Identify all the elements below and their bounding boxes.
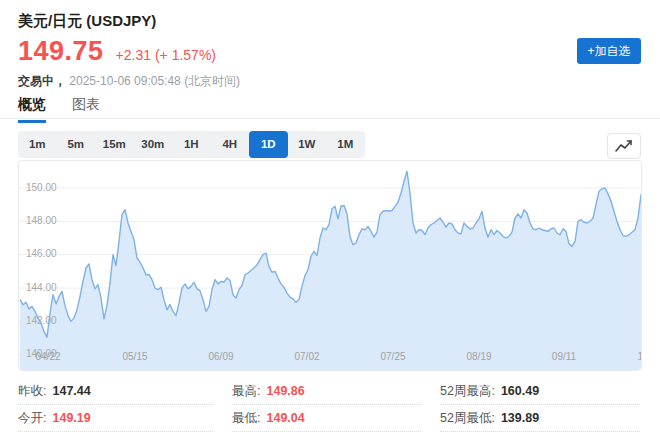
tab-divider bbox=[0, 118, 660, 119]
stat-52w-low: 52周最低:139.89 bbox=[440, 405, 640, 432]
trading-status-label: 交易中， bbox=[18, 74, 66, 88]
stat-open: 今开:149.19 bbox=[18, 405, 213, 432]
stats-table: 昨收:147.44最高:149.8652周最高:160.49今开:149.19最… bbox=[18, 378, 640, 432]
y-axis-label: 144.00 bbox=[26, 282, 57, 293]
x-axis-label: 04/22 bbox=[26, 351, 70, 362]
timeframe-5m[interactable]: 5m bbox=[57, 131, 96, 158]
x-axis-label: 07/25 bbox=[371, 351, 415, 362]
timeframe-1m[interactable]: 1m bbox=[18, 131, 57, 158]
stat-label: 最低: bbox=[232, 410, 260, 427]
page-title: 美元/日元 (USDJPY) bbox=[18, 12, 156, 31]
chart-type-button[interactable] bbox=[607, 133, 641, 159]
y-axis-label: 146.00 bbox=[26, 248, 57, 259]
timeframe-15m[interactable]: 15m bbox=[95, 131, 134, 158]
stat-52w-high: 52周最高:160.49 bbox=[440, 378, 640, 405]
x-axis-label: 06/09 bbox=[199, 351, 243, 362]
x-axis-label: 10/06 bbox=[628, 351, 642, 362]
x-axis-label: 07/02 bbox=[285, 351, 329, 362]
price-change: +2.31 (+ 1.57%) bbox=[116, 47, 216, 63]
stat-label: 52周最低: bbox=[440, 410, 495, 427]
add-watchlist-button[interactable]: +加自选 bbox=[577, 38, 641, 64]
y-axis-label: 150.00 bbox=[26, 182, 57, 193]
stat-label: 今开: bbox=[18, 410, 46, 427]
stat-value: 149.04 bbox=[266, 411, 304, 425]
stat-value: 149.19 bbox=[52, 411, 90, 425]
stat-low: 最低:149.04 bbox=[232, 405, 421, 432]
market-status: 交易中， 2025-10-06 09:05:48 (北京时间) bbox=[18, 73, 240, 90]
x-axis-label: 05/15 bbox=[113, 351, 157, 362]
y-axis-label: 148.00 bbox=[26, 215, 57, 226]
stat-value: 160.49 bbox=[501, 384, 539, 398]
price-area-chart[interactable] bbox=[19, 161, 641, 370]
timeframe-1d[interactable]: 1D bbox=[249, 131, 288, 158]
x-axis-label: 08/19 bbox=[457, 351, 501, 362]
timeframe-30m[interactable]: 30m bbox=[134, 131, 173, 158]
x-axis-label: 09/11 bbox=[542, 351, 586, 362]
timeframe-4h[interactable]: 4H bbox=[211, 131, 250, 158]
stat-label: 昨收: bbox=[18, 383, 46, 400]
stat-value: 149.86 bbox=[266, 384, 304, 398]
y-axis-label: 142.00 bbox=[26, 315, 57, 326]
timeframe-1m[interactable]: 1M bbox=[326, 131, 365, 158]
stat-high: 最高:149.86 bbox=[232, 378, 421, 405]
timeframe-bar: 1m5m15m30m1H4H1D1W1M bbox=[18, 131, 365, 158]
timeframe-1w[interactable]: 1W bbox=[288, 131, 327, 158]
stat-prev-close: 昨收:147.44 bbox=[18, 378, 213, 405]
stat-label: 最高: bbox=[232, 383, 260, 400]
stat-value: 139.89 bbox=[501, 411, 539, 425]
stat-value: 147.44 bbox=[52, 384, 90, 398]
timezone-label: (北京时间) bbox=[184, 74, 240, 88]
timeframe-1h[interactable]: 1H bbox=[172, 131, 211, 158]
price-row: 149.75 +2.31 (+ 1.57%) bbox=[18, 36, 216, 67]
price-chart-container[interactable]: 150.00148.00146.00144.00142.00140.0004/2… bbox=[18, 160, 642, 371]
quote-timestamp: 2025-10-06 09:05:48 bbox=[69, 74, 180, 88]
stat-label: 52周最高: bbox=[440, 383, 495, 400]
line-chart-icon bbox=[614, 138, 634, 154]
last-price: 149.75 bbox=[18, 36, 104, 67]
